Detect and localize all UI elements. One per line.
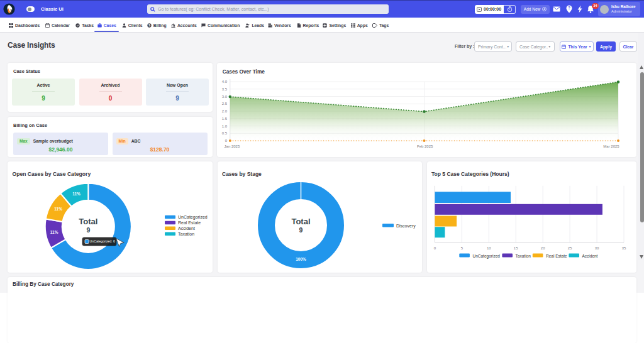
svg-text:35: 35 — [622, 246, 626, 250]
svg-text:2.0: 2.0 — [222, 109, 228, 113]
svg-text:5: 5 — [461, 246, 464, 250]
svg-text:$: $ — [148, 24, 150, 27]
svg-text:11%: 11% — [72, 192, 80, 196]
svg-text:Real Estate: Real Estate — [546, 254, 567, 258]
svg-text:2.5: 2.5 — [222, 102, 228, 106]
svg-text:Jan 2025: Jan 2025 — [225, 144, 240, 148]
svg-text:UnCategorized: 6: UnCategorized: 6 — [90, 239, 115, 243]
svg-text:Taxation: Taxation — [516, 254, 531, 258]
svg-text:100%: 100% — [296, 257, 306, 261]
svg-text:Feb 2025: Feb 2025 — [417, 144, 433, 148]
svg-text:Total: Total — [291, 217, 310, 226]
svg-text:15: 15 — [514, 246, 518, 250]
svg-text:10: 10 — [487, 246, 491, 250]
svg-text:3.0: 3.0 — [222, 95, 228, 99]
svg-text:UnCategorized: UnCategorized — [473, 254, 501, 259]
svg-text:0.5: 0.5 — [222, 131, 228, 135]
svg-text:Mar 2025: Mar 2025 — [603, 144, 619, 148]
svg-text:Total: Total — [79, 217, 97, 226]
svg-text:Taxation: Taxation — [178, 232, 194, 236]
svg-text:0: 0 — [434, 246, 436, 250]
svg-text:0: 0 — [225, 139, 228, 143]
svg-text:30: 30 — [595, 246, 599, 250]
svg-text:9: 9 — [86, 226, 90, 234]
svg-text:UnCategorized: UnCategorized — [178, 215, 208, 220]
svg-text:20: 20 — [541, 246, 545, 250]
svg-text:3.5: 3.5 — [222, 87, 228, 91]
svg-text:1.0: 1.0 — [222, 124, 228, 128]
svg-text:?: ? — [568, 6, 570, 10]
svg-text:11%: 11% — [50, 230, 58, 234]
svg-text:9: 9 — [299, 226, 303, 234]
svg-text:11%: 11% — [54, 207, 62, 211]
svg-text:4.0: 4.0 — [222, 80, 228, 84]
svg-text:25: 25 — [568, 246, 572, 250]
svg-text:Discovery: Discovery — [396, 224, 416, 229]
svg-text:1.5: 1.5 — [222, 117, 228, 121]
svg-text:Real Estate: Real Estate — [178, 220, 201, 225]
svg-text:Accident: Accident — [178, 226, 195, 231]
svg-text:Accident: Accident — [582, 254, 598, 258]
